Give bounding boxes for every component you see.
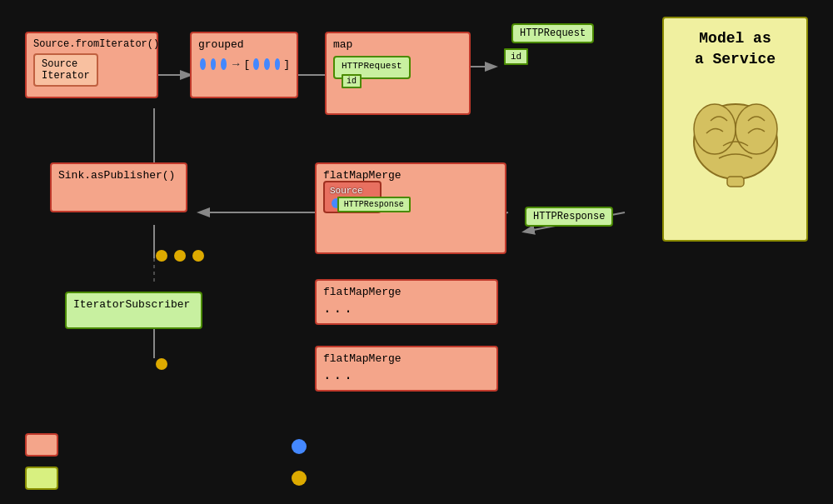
grouped-bracket-open: [ [243, 58, 250, 71]
single-yellow-dot [156, 358, 167, 370]
legend-blue-dot [292, 439, 307, 454]
flatmap-merge-2-label: flatMapMerge [323, 286, 490, 298]
grouped-label: grouped [198, 38, 290, 51]
grouped-box: grouped → [ ] [190, 32, 298, 98]
legend-yellow-green [25, 467, 58, 490]
http-request-inner-label: HTTPRequest [342, 61, 402, 71]
source-from-iterator-box: Source.fromIterator() SourceIterator [25, 32, 158, 98]
grouped-dot-6 [275, 58, 281, 70]
map-label: map [333, 38, 462, 51]
yellow-dot-3 [192, 250, 204, 262]
flatmap-merge-3-label: flatMapMerge [323, 352, 490, 365]
source-iterator-label: SourceIterator [42, 58, 90, 82]
map-box: map [ ] → HTTPRequest id id id [325, 32, 471, 115]
grouped-dot-5 [264, 58, 270, 70]
flatmap-merge-3-box: flatMapMerge ... [315, 346, 498, 392]
grouped-arrow: → [232, 57, 239, 71]
id-top-3: id [504, 48, 528, 65]
grouped-dot-2 [211, 58, 217, 70]
source-from-iterator-label: Source.fromIterator() [33, 38, 150, 50]
flatmap-merge-1-label: flatMapMerge [323, 169, 498, 182]
http-request-badge-top: HTTPRequest [511, 23, 594, 43]
http-response-inner-label: HTTPResponse [344, 200, 404, 209]
yellow-dot-1 [156, 250, 167, 262]
brain-illustration [681, 83, 790, 192]
grouped-dot-3 [221, 58, 227, 70]
flatmap-merge-1-box: flatMapMerge Source ← id id id [315, 162, 506, 254]
yellow-dots-row [154, 250, 206, 262]
legend-salmon [25, 433, 58, 457]
sink-publisher-box: Sink.asPublisher() [50, 162, 187, 212]
legend-yellow-dot [292, 471, 307, 486]
svg-rect-14 [727, 177, 744, 187]
sink-publisher-label: Sink.asPublisher() [58, 169, 179, 182]
model-as-service-box: Model asa Service [662, 17, 808, 242]
iterator-subscriber-label: IteratorSubscriber [73, 298, 194, 311]
flatmap-merge-2-dots: ... [323, 302, 490, 317]
flatmap-merge-2-box: flatMapMerge ... [315, 279, 498, 325]
model-as-service-label: Model asa Service [674, 28, 796, 70]
source-inner-label: Source [330, 186, 375, 196]
grouped-bracket-close: ] [283, 58, 290, 71]
http-response-badge-label: HTTPResponse [533, 211, 605, 222]
yellow-dot-2 [174, 250, 186, 262]
id-badge-3: id [342, 74, 362, 88]
iterator-subscriber-box: IteratorSubscriber [65, 292, 202, 329]
flatmap-merge-3-dots: ... [323, 368, 490, 383]
grouped-dot-1 [200, 58, 206, 70]
http-response-badge: HTTPResponse [525, 207, 613, 227]
grouped-dot-4 [253, 58, 259, 70]
http-request-badge-label: HTTPRequest [520, 27, 586, 39]
